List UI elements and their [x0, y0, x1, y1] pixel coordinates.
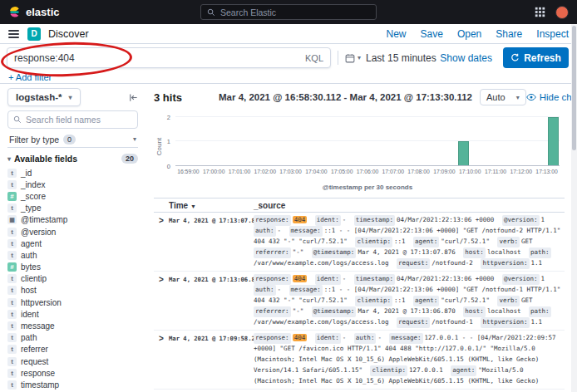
scrollbar-thumb[interactable] — [572, 26, 576, 150]
source-field-name: auth: — [354, 333, 377, 344]
hits-count: 3 hits — [154, 91, 214, 104]
top-menu-action[interactable]: Open — [457, 28, 481, 40]
histogram-bar[interactable] — [548, 117, 559, 165]
doc-row: > Mar 4, 2021 @ 17:13:06.870 response:40… — [154, 272, 565, 331]
query-input[interactable]: response:404 KQL — [7, 47, 331, 68]
available-fields-header[interactable]: ▾ Available fields 20 — [7, 153, 138, 164]
top-menu-action[interactable]: Inspect — [536, 28, 569, 40]
chevron-down-icon: ▾ — [516, 94, 520, 101]
expand-doc-icon[interactable]: > — [154, 274, 169, 285]
source-field-name: ident: — [315, 274, 341, 285]
x-tick-label: 17:12:00 — [510, 169, 532, 174]
source-field-name: response: — [254, 333, 291, 344]
elastic-home-link[interactable]: elastic — [8, 6, 59, 18]
source-field-name: agent: — [451, 365, 476, 376]
x-tick-label: 17:04:00 — [305, 169, 327, 174]
field-item[interactable]: t _index — [7, 179, 138, 190]
kql-popover-button[interactable]: KQL — [305, 53, 323, 63]
field-name: clientip — [21, 274, 47, 283]
add-filter-button[interactable]: + Add filter — [8, 72, 52, 82]
top-menu-action[interactable]: Save — [421, 28, 443, 40]
field-item[interactable]: # bytes — [7, 262, 138, 273]
global-search-input[interactable]: Search Elastic — [200, 4, 377, 20]
doc-timestamp: Mar 4, 2021 @ 17:09:58.278 — [169, 333, 254, 387]
field-type-icon: # — [7, 262, 17, 272]
field-item[interactable]: # _score — [7, 190, 138, 202]
time-range-value[interactable]: Last 15 minutes — [366, 52, 436, 64]
index-pattern-switcher[interactable]: logstash-* ▾ — [7, 88, 81, 106]
x-tick-label: 17:11:00 — [485, 169, 506, 174]
global-search-placeholder: Search Elastic — [220, 7, 276, 17]
source-field-name: @version: — [502, 215, 540, 226]
source-field-name: request: — [397, 317, 430, 328]
field-item[interactable]: t @version — [7, 226, 138, 238]
field-item[interactable]: t _type — [7, 203, 138, 214]
field-item[interactable]: t _id — [7, 167, 138, 179]
interval-select[interactable]: Auto ▾ — [480, 89, 526, 105]
field-type-icon: t — [7, 357, 17, 366]
field-item[interactable]: t response — [7, 367, 138, 379]
field-item[interactable]: t auth — [7, 249, 138, 261]
expand-doc-icon[interactable]: > — [154, 215, 169, 226]
field-type-icon: t — [7, 228, 17, 237]
field-item[interactable]: t httpversion — [7, 296, 138, 308]
source-field-value: - — [278, 286, 282, 293]
user-avatar[interactable] — [555, 6, 569, 19]
y-axis-ticks: 012 — [154, 113, 172, 166]
field-type-icon: t — [7, 369, 17, 378]
hide-chart-button[interactable]: Hide chart — [526, 92, 577, 102]
field-item[interactable]: ▦ @timestamp — [7, 214, 138, 226]
apps-grid-icon[interactable] — [535, 7, 545, 17]
elastic-logo-icon — [8, 6, 21, 18]
field-search-input[interactable]: Search field names — [7, 110, 138, 129]
page-scrollbar[interactable] — [571, 24, 577, 392]
top-menu-action[interactable]: New — [387, 28, 407, 40]
chevron-down-icon: ▾ — [133, 135, 136, 143]
chart-time-range-title: Mar 4, 2021 @ 16:58:30.112 - Mar 4, 2021… — [219, 92, 472, 102]
field-item[interactable]: t timestamp — [7, 379, 138, 390]
time-column-header[interactable]: Time ▼ — [169, 201, 254, 210]
field-item[interactable]: t clientip — [7, 273, 138, 285]
field-item[interactable]: t request — [7, 355, 138, 367]
source-field-name: path: — [529, 247, 551, 258]
source-field-name: verb: — [497, 296, 520, 306]
field-name: agent — [21, 239, 42, 248]
field-item[interactable]: t message — [7, 320, 138, 331]
source-field-value-highlighted: 404 — [293, 216, 308, 223]
field-name: _id — [21, 169, 32, 178]
x-axis-ticks: 16:59:0017:00:0017:01:0017:02:0017:03:00… — [175, 169, 560, 177]
field-type-icon: t — [7, 274, 17, 283]
field-item[interactable]: t path — [7, 332, 138, 344]
y-tick-label: 2 — [167, 113, 170, 120]
top-menu-actions: NewSaveOpenShareInspect — [387, 28, 569, 40]
field-list: t _id t _index # _score t _type ▦ @times… — [7, 167, 138, 391]
source-field-value: 1 — [541, 275, 545, 282]
x-tick-label: 17:06:00 — [357, 169, 378, 174]
show-dates-button[interactable]: Show dates — [440, 52, 492, 64]
time-header-label: Time — [169, 201, 188, 210]
field-type-icon: t — [7, 169, 17, 178]
field-item[interactable]: t referrer — [7, 344, 138, 355]
field-type-icon: t — [7, 310, 17, 319]
field-type-icon: ▦ — [7, 215, 17, 224]
refresh-button[interactable]: Refresh — [503, 47, 569, 68]
collapse-sidebar-icon[interactable] — [129, 93, 138, 102]
field-item[interactable]: t agent — [7, 238, 138, 249]
field-item[interactable]: t host — [7, 285, 138, 296]
expand-doc-icon[interactable]: > — [154, 333, 169, 344]
field-type-icon: t — [7, 239, 17, 248]
top-menu-action[interactable]: Share — [496, 28, 522, 40]
field-type-icon: t — [7, 321, 17, 331]
breadcrumb-discover[interactable]: Discover — [48, 28, 89, 40]
field-item[interactable]: t ident — [7, 308, 138, 320]
doc-table-body: > Mar 4, 2021 @ 17:13:07.876 response:40… — [154, 213, 565, 390]
source-column-header: _source — [254, 201, 565, 210]
histogram-bar[interactable] — [458, 141, 469, 165]
source-field-name: @timestamp: — [312, 306, 357, 317]
date-picker-button[interactable]: ▾ — [345, 53, 361, 63]
source-field-value: GET — [521, 238, 533, 245]
filter-by-type-button[interactable]: Filter by type 0 ▾ — [7, 133, 138, 148]
menu-icon[interactable] — [8, 28, 20, 40]
global-header: elastic Search Elastic — [0, 0, 577, 24]
field-name: auth — [21, 251, 37, 260]
